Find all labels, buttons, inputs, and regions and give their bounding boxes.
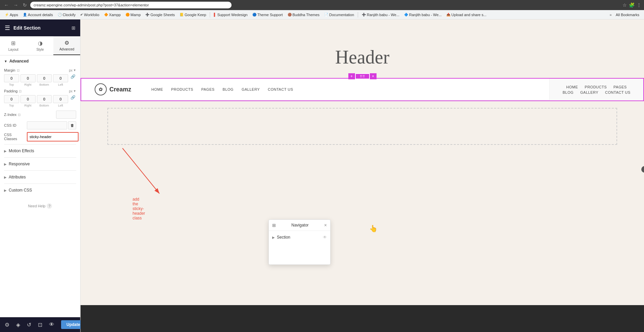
margin-top-input[interactable] [4,74,19,82]
navigator-panel-icon: ⊞ [272,223,276,228]
app-layout: ☰ Edit Section ⊞ ⊞ Layout ◑ Style ⚙ Adva… [0,19,644,332]
margin-unit[interactable]: px ▼ [69,69,76,72]
padding-unit[interactable]: px ▼ [69,89,76,93]
css-id-input[interactable] [27,121,67,129]
menu-pages[interactable]: PAGES [201,87,215,91]
margin-left-input[interactable] [53,74,68,82]
advanced-section-title: ▼ Advanced [4,59,76,64]
bookmark-buddha[interactable]: 🟤 Buddha Themes [286,12,322,17]
padding-link-cell: 🔗 [69,95,76,100]
tab-layout[interactable]: ⊞ Layout [0,36,27,55]
css-id-label: CSS ID [4,123,16,127]
menu-blog[interactable]: BLOG [222,87,234,91]
bookmark-sheets[interactable]: ➕ Google Sheets [143,12,177,17]
style-tab-icon: ◑ [38,40,43,46]
sec-menu-products[interactable]: PRODUCTS [585,85,607,89]
padding-responsive-icon: ⊡ [19,89,21,93]
navigator-item-arrow: ▶ [272,236,275,239]
bookmark-xampp[interactable]: 🔶 Xampp [102,12,123,17]
padding-right-cell: Right [20,95,36,107]
sec-menu-home[interactable]: HOME [566,85,578,89]
hamburger-icon[interactable]: ☰ [5,24,10,32]
attributes-toggle[interactable]: ▶ Attributes [4,175,76,179]
margin-label: Margin ⊡ [4,68,19,72]
bookmark-clockify[interactable]: 🕐 Clockify [56,12,78,17]
star-icon[interactable]: ☆ [623,2,627,8]
clockify-bookmark-icon: 🕐 [58,13,62,16]
motion-effects-arrow: ▶ [4,149,7,153]
url-bar[interactable]: creamz.wpengine.com/wp-admin/post.php?po… [30,2,232,8]
margin-right-input[interactable] [20,74,36,82]
grid-icon[interactable]: ⊞ [71,25,76,31]
margin-bottom-input[interactable] [37,74,52,82]
back-button[interactable]: ← [3,2,10,8]
forward-button[interactable]: → [12,2,19,8]
padding-link-icon[interactable]: 🔗 [70,95,76,100]
refresh-button[interactable]: ↻ [21,2,28,8]
sec-menu-pages[interactable]: PAGES [613,85,627,89]
navigator-body: ▶ Section 👁 [269,231,330,264]
buddha-bookmark-icon: 🟤 [288,13,292,16]
bookmark-account[interactable]: 👤 Account details [21,12,55,17]
layers-toolbar-icon[interactable]: ◈ [15,320,21,329]
css-classes-section: CSS Classes 🗑 [4,132,76,141]
custom-css-toggle[interactable]: ▶ Custom CSS [4,188,76,193]
padding-left-input[interactable] [53,95,68,103]
sec-menu-blog[interactable]: BLOG [562,90,574,94]
bookmarks-all[interactable]: All Bookmarks [614,12,641,17]
margin-link-icon[interactable]: 🔗 [70,74,76,79]
css-id-delete-button[interactable]: 🗑 [68,121,76,129]
responsive-toggle[interactable]: ▶ Responsive [4,162,76,166]
margin-left-cell: Left [53,74,68,86]
css-classes-delete-button[interactable]: 🗑 [79,133,80,141]
section-drag-handle[interactable]: ⠿⠿ [355,73,370,79]
navigator-section-item[interactable]: ▶ Section 👁 [269,234,330,241]
navigator-eye-icon[interactable]: 👁 [323,235,327,240]
selected-section-border: + ⠿⠿ × ✿ Creamz HOME [81,78,644,101]
bookmark-docs[interactable]: 📄 Documentation [322,12,356,17]
menu-contact[interactable]: CONTACT US [268,87,293,91]
css-classes-input[interactable] [27,132,79,141]
tab-style[interactable]: ◑ Style [27,36,54,55]
bookmark-daily-report[interactable]: ➕ Ranjith babu - We... [360,12,401,17]
preview-toolbar-icon[interactable]: 👁 [48,320,56,329]
history-toolbar-icon[interactable]: ↺ [26,320,33,329]
bookmark-mamp[interactable]: 🟠 Mamp [123,12,143,17]
section-remove-button[interactable]: × [370,73,377,79]
navigator-title: Navigator [291,223,308,227]
menu-icon[interactable]: ⋮ [637,2,641,8]
bookmark-support[interactable]: ▌ Support Wedesign [212,12,249,17]
section-add-button[interactable]: + [348,73,355,79]
bookmark-ranjith[interactable]: 🔷 Ranjith babu - We... [402,12,444,17]
bookmark-workfolio[interactable]: ✔ Workfolio [78,12,101,17]
settings-toolbar-icon[interactable]: ⚙ [3,320,11,329]
menu-gallery[interactable]: GALLERY [242,87,260,91]
advanced-arrow: ▼ [4,59,7,63]
navigator-close-button[interactable]: × [324,222,327,228]
browser-icons: ☆ 🧩 ⋮ [623,2,641,8]
sec-menu-contact[interactable]: CONTACT US [605,90,631,94]
bookmarks-more-button[interactable]: » [608,12,613,17]
bookmark-apps[interactable]: ⚡ Apps [3,12,20,17]
menu-products[interactable]: PRODUCTS [171,87,193,91]
padding-top-input[interactable] [4,95,19,103]
layout-tab-icon: ⊞ [11,40,15,46]
help-icon[interactable]: ? [47,203,52,209]
padding-right-input[interactable] [20,95,36,103]
navigator-header: ⊞ Navigator × [269,220,330,231]
upload-bookmark-icon: 📤 [446,13,450,16]
responsive-toolbar-icon[interactable]: ⊡ [37,320,44,329]
z-index-input[interactable] [56,111,76,119]
sidebar-header: ☰ Edit Section ⊞ [0,19,80,36]
bookmark-keep[interactable]: 📒 Google Keep [178,12,208,17]
tab-advanced[interactable]: ⚙ Advanced [53,36,80,55]
padding-bottom-input[interactable] [37,95,52,103]
bookmarks-bar: ⚡ Apps 👤 Account details 🕐 Clockify ✔ Wo… [0,10,644,19]
bookmark-upload[interactable]: 📤 Upload and share s... [444,12,489,17]
bookmark-theme-support[interactable]: 🔵 Theme Support [250,12,285,17]
motion-effects-toggle[interactable]: ▶ Motion Effects [4,149,76,153]
support-bookmark-icon: ▌ [214,13,216,16]
extensions-icon[interactable]: 🧩 [629,2,635,8]
menu-home[interactable]: HOME [151,87,163,91]
sec-menu-gallery[interactable]: GALLERY [580,90,598,94]
